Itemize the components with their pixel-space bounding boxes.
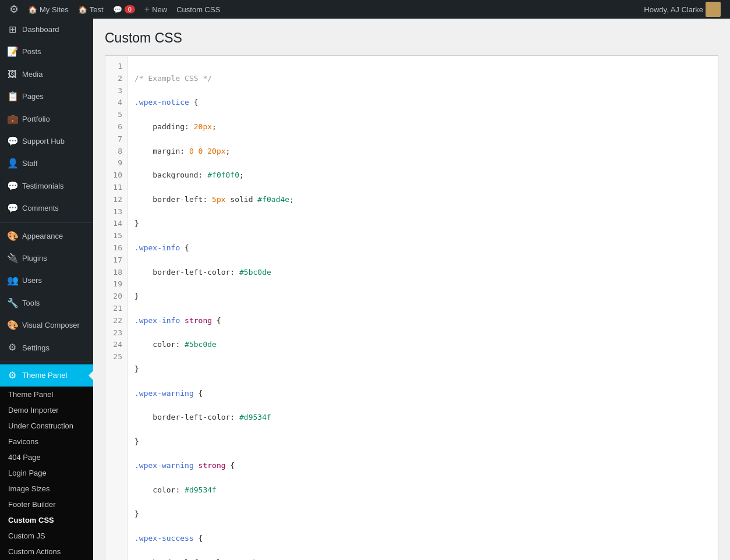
sidebar-item-tools[interactable]: 🔧 Tools — [0, 292, 93, 314]
pages-icon: 📋 — [7, 90, 17, 103]
users-icon: 👥 — [7, 274, 17, 287]
submenu-item-theme-panel[interactable]: Theme Panel — [0, 387, 93, 402]
active-arrow — [88, 371, 93, 380]
sidebar-item-comments[interactable]: 💬 Comments — [0, 197, 93, 219]
submenu-item-custom-actions[interactable]: Custom Actions — [0, 544, 93, 559]
tools-icon: 🔧 — [7, 297, 17, 310]
my-sites-menu[interactable]: 🏠 My Sites — [23, 0, 73, 19]
theme-panel-menu-wrap: ⚙ Theme Panel — [0, 364, 93, 387]
sidebar-item-label: Tools — [22, 298, 40, 309]
page-title: Custom CSS — [105, 30, 718, 46]
breadcrumb-label: Custom CSS — [176, 5, 220, 14]
menu-separator — [0, 222, 93, 223]
howdy-text: Howdy, AJ Clarke — [644, 5, 703, 14]
sidebar-item-label: Posts — [22, 47, 41, 57]
sidebar-item-label: Pages — [22, 91, 44, 102]
sidebar-item-plugins[interactable]: 🔌 Plugins — [0, 247, 93, 270]
settings-icon: ⚙ — [7, 341, 17, 354]
comment-icon: 💬 — [113, 5, 122, 14]
submenu-item-image-sizes[interactable]: Image Sizes — [0, 481, 93, 497]
submenu-item-footer-builder[interactable]: Footer Builder — [0, 497, 93, 512]
vc-icon: 🎨 — [7, 319, 17, 332]
admin-bar: ⚙ 🏠 My Sites 🏠 Test 💬 0 + New Custom CSS… — [0, 0, 730, 19]
sidebar-item-testimonials[interactable]: 💬 Testimonials — [0, 175, 93, 197]
sidebar-item-label: Media — [22, 69, 42, 80]
my-sites-icon: 🏠 — [28, 5, 37, 14]
sidebar-item-theme-panel[interactable]: ⚙ Theme Panel — [0, 364, 93, 387]
sidebar-item-visual-composer[interactable]: 🎨 Visual Composer — [0, 314, 93, 336]
howdy-menu[interactable]: Howdy, AJ Clarke — [639, 0, 725, 19]
theme-panel-icon: ⚙ — [7, 369, 17, 382]
main-content: Custom CSS 1 2 3 4 5 6 7 8 9 10 11 12 13… — [93, 19, 730, 560]
comments-count: 0 — [125, 5, 135, 13]
wp-logo[interactable]: ⚙ — [5, 0, 23, 19]
testimonials-icon: 💬 — [7, 180, 17, 193]
plugins-icon: 🔌 — [7, 252, 17, 265]
line-numbers: 1 2 3 4 5 6 7 8 9 10 11 12 13 14 15 16 1… — [105, 56, 127, 560]
new-content-menu[interactable]: + New — [140, 0, 172, 19]
comments-link[interactable]: 💬 0 — [108, 0, 140, 19]
sidebar-item-portfolio[interactable]: 💼 Portfolio — [0, 108, 93, 130]
comments-icon: 💬 — [7, 202, 17, 215]
submenu-item-favicons[interactable]: Favicons — [0, 434, 93, 449]
sidebar-item-label: Comments — [22, 203, 59, 214]
code-textarea[interactable]: /* Example CSS */ .wpex-notice { padding… — [127, 56, 718, 560]
support-hub-icon: 💬 — [7, 135, 17, 148]
submenu-item-login-page[interactable]: Login Page — [0, 465, 93, 481]
sidebar-item-label: Support Hub — [22, 136, 65, 147]
admin-bar-right: Howdy, AJ Clarke — [639, 0, 725, 19]
sidebar-item-settings[interactable]: ⚙ Settings — [0, 336, 93, 359]
sidebar: ⊞ Dashboard 📝 Posts 🖼 Media 📋 Pages 💼 Po… — [0, 19, 93, 560]
home-icon: 🏠 — [78, 5, 87, 14]
code-editor[interactable]: 1 2 3 4 5 6 7 8 9 10 11 12 13 14 15 16 1… — [105, 55, 718, 560]
submenu-item-demo-importer[interactable]: Demo Importer — [0, 402, 93, 418]
sidebar-item-label: Theme Panel — [22, 370, 67, 381]
test-link[interactable]: 🏠 Test — [73, 0, 108, 19]
sidebar-item-support-hub[interactable]: 💬 Support Hub — [0, 130, 93, 153]
sidebar-item-label: Staff — [22, 158, 38, 169]
submenu-item-404-page[interactable]: 404 Page — [0, 449, 93, 465]
theme-panel-submenu: Theme Panel Demo Importer Under Construc… — [0, 387, 93, 560]
breadcrumb-link[interactable]: Custom CSS — [172, 0, 225, 19]
portfolio-icon: 💼 — [7, 113, 17, 126]
sidebar-item-label: Appearance — [22, 231, 63, 242]
staff-icon: 👤 — [7, 157, 17, 170]
sidebar-item-label: Users — [22, 275, 42, 286]
sidebar-item-label: Dashboard — [22, 24, 59, 35]
appearance-icon: 🎨 — [7, 230, 17, 243]
sidebar-item-pages[interactable]: 📋 Pages — [0, 86, 93, 108]
submenu-item-under-construction[interactable]: Under Construction — [0, 418, 93, 434]
new-label: New — [152, 5, 167, 14]
sidebar-item-posts[interactable]: 📝 Posts — [0, 41, 93, 63]
sidebar-item-label: Testimonials — [22, 181, 64, 192]
sidebar-item-dashboard[interactable]: ⊞ Dashboard — [0, 19, 93, 41]
avatar — [706, 2, 721, 17]
menu-separator-2 — [0, 361, 93, 362]
sidebar-item-staff[interactable]: 👤 Staff — [0, 153, 93, 175]
sidebar-item-label: Visual Composer — [22, 320, 80, 331]
dashboard-icon: ⊞ — [7, 23, 17, 36]
sidebar-item-label: Portfolio — [22, 114, 50, 125]
media-icon: 🖼 — [7, 68, 17, 81]
sidebar-item-label: Settings — [22, 343, 49, 353]
my-sites-label: My Sites — [40, 5, 69, 14]
test-label: Test — [90, 5, 104, 14]
sidebar-item-appearance[interactable]: 🎨 Appearance — [0, 225, 93, 247]
sidebar-item-media[interactable]: 🖼 Media — [0, 63, 93, 86]
submenu-item-custom-css[interactable]: Custom CSS — [0, 512, 93, 528]
plus-icon: + — [144, 4, 150, 15]
sidebar-item-label: Plugins — [22, 253, 47, 264]
sidebar-item-users[interactable]: 👥 Users — [0, 270, 93, 292]
submenu-item-custom-js[interactable]: Custom JS — [0, 528, 93, 544]
posts-icon: 📝 — [7, 45, 17, 58]
